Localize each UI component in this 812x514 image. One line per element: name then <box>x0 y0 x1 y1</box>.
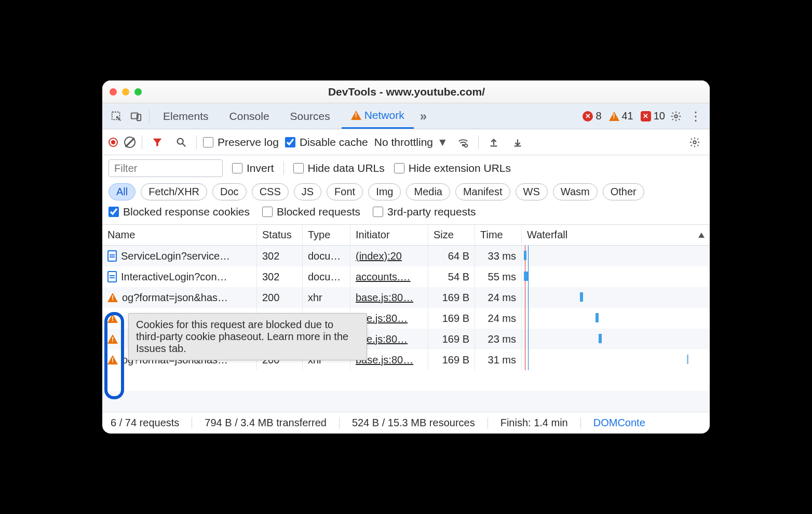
chip-font[interactable]: Font <box>327 183 363 200</box>
device-toolbar-icon[interactable] <box>127 107 145 125</box>
tab-elements[interactable]: Elements <box>154 103 218 129</box>
throttling-select[interactable]: No throttling ▼ <box>374 136 448 148</box>
col-initiator[interactable]: Initiator <box>350 225 428 245</box>
cell-initiator[interactable]: accounts.… <box>350 266 428 287</box>
inspect-element-icon[interactable] <box>107 107 125 125</box>
tab-console[interactable]: Console <box>220 103 279 129</box>
upload-har-icon[interactable] <box>485 133 503 151</box>
resource-type-filters: AllFetch/XHRDocCSSJSFontImgMediaManifest… <box>102 181 710 206</box>
cell-size: 169 B <box>428 287 475 308</box>
warning-icon <box>351 111 361 120</box>
chip-fetch-xhr[interactable]: Fetch/XHR <box>141 183 207 200</box>
clear-button[interactable] <box>124 137 136 148</box>
chip-ws[interactable]: WS <box>516 183 548 200</box>
error-icon: ✕ <box>583 111 593 121</box>
cell-size: 169 B <box>428 308 475 329</box>
col-name[interactable]: Name <box>102 225 257 245</box>
chip-manifest[interactable]: Manifest <box>455 183 510 200</box>
cell-status: 302 <box>257 266 303 287</box>
cell-status: 302 <box>257 246 303 266</box>
svg-point-6 <box>465 144 468 147</box>
transferred-summary: 794 B / 3.4 MB transferred <box>205 417 327 429</box>
cell-initiator[interactable]: (index):20 <box>350 246 428 266</box>
col-size[interactable]: Size <box>428 225 475 245</box>
cell-time: 33 ms <box>475 246 522 266</box>
warning-icon <box>609 112 619 121</box>
tab-elements-label: Elements <box>163 110 209 123</box>
hide-extension-urls-checkbox[interactable]: Hide extension URLs <box>394 162 511 174</box>
tab-sources-label: Sources <box>290 110 330 123</box>
col-status[interactable]: Status <box>257 225 303 245</box>
chip-js[interactable]: JS <box>294 183 321 200</box>
network-settings-icon[interactable] <box>686 133 703 151</box>
cell-waterfall <box>522 308 710 329</box>
table-row[interactable]: og?format=json&has…200xhrbase.js:80…169 … <box>102 287 710 308</box>
chip-other[interactable]: Other <box>603 183 644 200</box>
tab-sources[interactable]: Sources <box>281 103 340 129</box>
col-time[interactable]: Time <box>475 225 522 245</box>
cell-waterfall <box>522 329 710 349</box>
network-conditions-icon[interactable] <box>454 133 472 151</box>
window-controls <box>110 88 142 96</box>
cell-initiator[interactable]: base.js:80… <box>350 287 428 308</box>
chip-img[interactable]: Img <box>368 183 401 200</box>
minimize-window-button[interactable] <box>122 88 129 96</box>
finish-summary: Finish: 1.4 min <box>500 417 568 429</box>
cell-waterfall <box>522 287 710 308</box>
svg-point-5 <box>462 144 464 146</box>
search-icon[interactable] <box>172 133 190 151</box>
cell-waterfall <box>522 246 710 266</box>
cell-size: 169 B <box>428 329 475 349</box>
hide-data-urls-checkbox[interactable]: Hide data URLs <box>293 162 385 174</box>
cell-name: og?format=json&has… <box>102 287 257 308</box>
table-row[interactable]: InteractiveLogin?con…302docu…accounts.…5… <box>102 266 710 287</box>
filter-input[interactable] <box>109 159 223 177</box>
more-icon[interactable]: ⋮ <box>687 107 705 125</box>
document-icon <box>107 250 117 262</box>
disable-cache-checkbox[interactable]: Disable cache <box>285 136 368 148</box>
col-waterfall[interactable]: Waterfall <box>522 225 710 245</box>
warnings-count[interactable]: 41 <box>609 110 633 122</box>
cell-time: 24 ms <box>475 308 522 329</box>
blocked-requests-checkbox[interactable]: Blocked requests <box>262 206 360 218</box>
chip-css[interactable]: CSS <box>252 183 289 200</box>
blocked-cookies-checkbox[interactable]: Blocked response cookies <box>109 206 250 218</box>
preserve-log-checkbox[interactable]: Preserve log <box>203 136 279 148</box>
cell-name: ServiceLogin?service… <box>102 246 257 266</box>
sort-icon <box>698 233 705 238</box>
settings-icon[interactable] <box>667 107 685 125</box>
chevron-down-icon: ▼ <box>437 136 448 148</box>
svg-point-4 <box>178 138 183 144</box>
cell-type: xhr <box>303 287 350 308</box>
invert-checkbox[interactable]: Invert <box>232 162 274 174</box>
annotation-highlight <box>104 312 124 399</box>
throttling-label: No throttling <box>374 136 433 148</box>
filter-row: Invert Hide data URLs Hide extension URL… <box>102 155 710 181</box>
chip-all[interactable]: All <box>109 183 136 200</box>
download-har-icon[interactable] <box>509 133 526 151</box>
cell-size: 54 B <box>428 266 475 287</box>
cell-time: 55 ms <box>475 266 522 287</box>
maximize-window-button[interactable] <box>134 88 142 96</box>
devtools-window: DevTools - www.youtube.com/ Elements Con… <box>102 80 710 434</box>
cell-size: 64 B <box>428 246 475 266</box>
cell-size: 169 B <box>428 349 475 370</box>
tab-network[interactable]: Network <box>342 103 414 129</box>
cell-name: InteractiveLogin?con… <box>102 266 257 287</box>
filter-icon[interactable] <box>148 133 166 151</box>
third-party-checkbox[interactable]: 3rd-party requests <box>373 206 476 218</box>
cell-waterfall <box>522 266 710 287</box>
window-title: DevTools - www.youtube.com/ <box>142 86 671 98</box>
chip-doc[interactable]: Doc <box>212 183 247 200</box>
blocked-count[interactable]: ✕10 <box>641 110 665 122</box>
record-button[interactable] <box>109 138 118 147</box>
status-bar: 6 / 74 requests 794 B / 3.4 MB transferr… <box>102 412 710 434</box>
errors-count[interactable]: ✕8 <box>583 110 601 122</box>
chip-media[interactable]: Media <box>406 183 450 200</box>
tabs-overflow-button[interactable]: » <box>416 109 431 124</box>
chip-wasm[interactable]: Wasm <box>553 183 598 200</box>
table-row[interactable]: ServiceLogin?service…302docu…(index):206… <box>102 246 710 266</box>
close-window-button[interactable] <box>110 88 117 96</box>
cell-status: 200 <box>257 287 303 308</box>
col-type[interactable]: Type <box>303 225 350 245</box>
